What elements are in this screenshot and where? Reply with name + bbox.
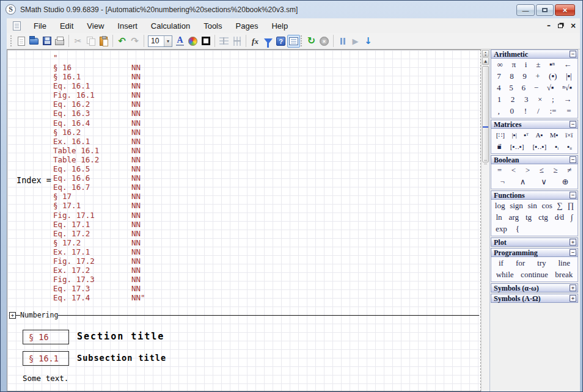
palette-button[interactable]: ▪ᵢᵢ	[566, 141, 573, 152]
reference-book-button[interactable]: ?	[274, 35, 287, 48]
palette-button[interactable]: 9	[522, 71, 527, 82]
palette-header[interactable]: Programming −	[491, 248, 578, 257]
palette-header[interactable]: Functions −	[491, 191, 578, 200]
maximize-button[interactable]	[536, 4, 554, 16]
palette-button[interactable]: i	[524, 59, 528, 70]
chevron-down-icon[interactable]: ▾	[164, 36, 172, 46]
palette-header[interactable]: Arithmetic −	[491, 49, 578, 59]
save-button[interactable]	[40, 35, 53, 48]
border-button[interactable]	[199, 35, 212, 48]
palette-button[interactable]: ī×ī	[565, 129, 573, 140]
palette-button[interactable]: π	[511, 59, 516, 70]
palette-button[interactable]: ▪ⁿ	[549, 59, 556, 70]
palette-button[interactable]: ▪ᵀ	[523, 129, 529, 140]
palette-button[interactable]: ,	[497, 106, 500, 117]
palette-button[interactable]: continue	[520, 269, 549, 280]
section-title-text[interactable]: Section title	[77, 331, 164, 342]
palette-button[interactable]: →	[563, 94, 572, 105]
palette-button[interactable]: ∨	[540, 176, 548, 187]
mdi-restore-button[interactable]	[558, 24, 563, 28]
palette-button[interactable]: ⁿ√▪	[562, 82, 573, 93]
toolbar-grip[interactable]	[10, 35, 12, 46]
menu-item[interactable]: Insert	[111, 20, 144, 32]
new-file-button[interactable]	[15, 35, 28, 48]
palette-button[interactable]: break	[554, 269, 573, 280]
palette-button[interactable]: [▪‥▪]	[532, 141, 547, 152]
palette-button[interactable]: 7	[496, 71, 502, 82]
palette-button[interactable]: try	[537, 258, 546, 269]
expand-plus-icon[interactable]: +	[9, 312, 16, 319]
minimize-button[interactable]: —	[516, 4, 535, 16]
palette-button[interactable]: 8	[509, 71, 515, 82]
palette-button[interactable]: ≤	[539, 165, 544, 176]
palette-button[interactable]: 1	[497, 94, 502, 105]
vertical-scrollbar[interactable]: ▴▾ ▲	[481, 49, 490, 391]
palette-button[interactable]: 4	[496, 82, 502, 93]
palette-button[interactable]: =	[566, 106, 571, 117]
body-text-region[interactable]: Some text.	[23, 374, 68, 383]
palette-button[interactable]: =	[497, 165, 502, 176]
align-vertical-button[interactable]	[230, 35, 243, 48]
palette-button[interactable]: arg	[508, 212, 519, 223]
palette-button[interactable]: tg	[525, 212, 532, 223]
palette-button[interactable]: {	[515, 223, 520, 234]
palette-button[interactable]: line	[557, 258, 571, 269]
debug-step-button[interactable]: ↓	[362, 35, 375, 48]
open-file-button[interactable]	[28, 35, 40, 48]
palette-button[interactable]: sign	[509, 200, 524, 211]
expand-plus-icon[interactable]: +	[570, 285, 576, 291]
palette-header[interactable]: Plot +	[491, 238, 578, 247]
palette-button[interactable]: ▪ᵢ	[554, 141, 559, 152]
mdi-minimize-button[interactable]: –	[547, 22, 551, 29]
menu-item[interactable]: View	[80, 20, 111, 32]
palette-button[interactable]: d∕d	[554, 212, 565, 223]
redo-button[interactable]: ↷	[128, 35, 141, 48]
palette-button[interactable]: |▪|	[565, 71, 573, 82]
palette-button[interactable]: (▪)	[548, 71, 557, 82]
font-size-combo[interactable]: 10 ▾	[148, 35, 172, 47]
palette-button[interactable]: sin	[527, 200, 538, 211]
paste-button[interactable]	[97, 35, 110, 48]
palette-button[interactable]: 6	[521, 82, 526, 93]
palette-header[interactable]: Boolean −	[491, 155, 578, 164]
cut-button[interactable]: ✂	[72, 35, 84, 48]
palette-button[interactable]: [∷]	[496, 129, 505, 140]
collapse-minus-icon[interactable]: −	[570, 249, 576, 256]
area-label[interactable]: Numbering	[20, 311, 58, 319]
index-variable-label[interactable]: Index =	[16, 175, 51, 185]
mdi-close-button[interactable]: ×	[570, 22, 576, 29]
copy-button[interactable]	[84, 35, 97, 48]
palette-header[interactable]: Symbols (α-ω) +	[491, 283, 578, 292]
side-panel-toggle-button[interactable]	[287, 35, 300, 48]
section-number-box[interactable]: § 16	[23, 330, 69, 344]
subsection-number-box[interactable]: § 16.1	[23, 351, 69, 366]
palette-header[interactable]: Symbols (Α-Ω) +	[491, 294, 578, 303]
expand-plus-icon[interactable]: +	[570, 295, 576, 302]
scrollbar-thumb[interactable]	[482, 66, 489, 162]
palette-button[interactable]: [▪‥▪]	[510, 141, 524, 152]
palette-button[interactable]: ⊕	[562, 176, 570, 187]
palette-button[interactable]: ln	[495, 212, 502, 223]
menu-item[interactable]: File	[27, 20, 53, 32]
palette-button[interactable]: ←	[563, 59, 573, 70]
palette-button[interactable]: ≥	[552, 165, 558, 176]
menu-item[interactable]: Calculation	[144, 20, 197, 32]
palette-button[interactable]: ctg	[538, 212, 549, 223]
insert-function-button[interactable]: fx	[249, 35, 262, 48]
expand-plus-icon[interactable]: +	[570, 239, 576, 245]
interrupt-button[interactable]: ×	[318, 35, 331, 48]
palette-button[interactable]: /	[537, 106, 540, 117]
palette-button[interactable]: 5	[508, 82, 514, 93]
menu-item[interactable]: Edit	[53, 20, 80, 32]
palette-button[interactable]: !	[524, 106, 527, 117]
palette-button[interactable]: ∧	[519, 176, 527, 187]
palette-button[interactable]: ▪⃗	[496, 141, 502, 152]
collapse-minus-icon[interactable]: −	[570, 121, 576, 128]
menu-item[interactable]: Pages	[229, 20, 265, 32]
palette-button[interactable]: log	[494, 200, 506, 211]
palette-button[interactable]: M▪	[549, 129, 559, 140]
palette-button[interactable]: |▪|	[511, 129, 517, 140]
palette-button[interactable]: for	[515, 258, 526, 269]
collapse-minus-icon[interactable]: −	[570, 156, 576, 163]
palette-button[interactable]: >	[525, 165, 530, 176]
